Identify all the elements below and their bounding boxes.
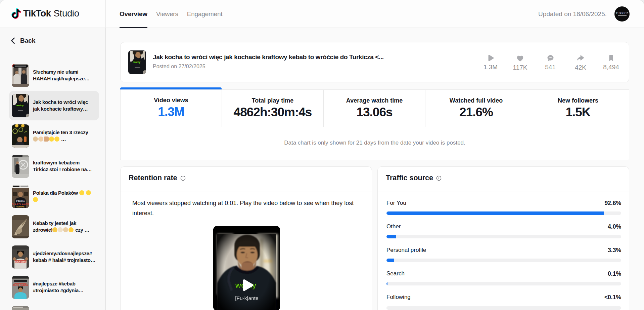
svg-text:JAKO KEBAB: JAKO KEBAB — [13, 284, 28, 286]
svg-text:POLSKA: POLSKA — [16, 200, 25, 202]
svg-text:ULTRAS: ULTRAS — [16, 206, 25, 208]
svg-text:DLA POLAKÓW: DLA POLAKÓW — [12, 203, 29, 205]
svg-text:KUKA 102/10: KUKA 102/10 — [14, 261, 27, 263]
svg-text:wolny: wolny — [133, 61, 141, 64]
svg-text:wolny: wolny — [16, 104, 24, 107]
